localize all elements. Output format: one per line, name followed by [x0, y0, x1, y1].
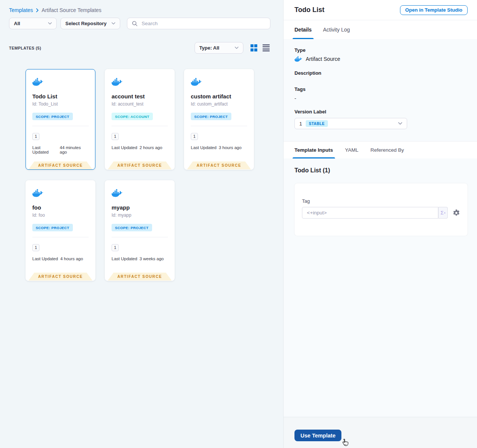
details-header: Todo List Open in Template Studio: [284, 0, 477, 20]
sigma-icon: Σ: [441, 210, 444, 216]
sigma-sup: x: [444, 211, 445, 214]
last-updated-value: 4 hours ago: [60, 256, 83, 261]
scope-badge: SCOPE: ACCOUNT: [112, 113, 153, 120]
version-select[interactable]: 1 STABLE: [294, 118, 407, 129]
chevron-down-icon: [398, 122, 402, 125]
inputs-heading: Todo List (1): [294, 167, 468, 174]
last-updated-value: 44 minutes ago: [60, 145, 89, 154]
version-value: 1: [299, 121, 302, 127]
scope-badge: SCOPE: PROJECT: [191, 113, 231, 120]
template-name: custom artifact: [191, 93, 247, 100]
tab-template-inputs[interactable]: Template Inputs: [294, 142, 333, 158]
artifact-source-ribbon: ARTIFACT SOURCE: [29, 161, 92, 169]
stable-badge: STABLE: [306, 120, 328, 127]
artifact-source-ribbon: ARTIFACT SOURCE: [29, 273, 92, 281]
tab-yaml[interactable]: YAML: [345, 142, 359, 158]
breadcrumb-templates-link[interactable]: Templates: [9, 7, 33, 13]
template-name: account test: [112, 93, 168, 100]
docker-icon: [112, 78, 123, 86]
search-box: [127, 18, 270, 29]
view-toggle: [251, 44, 270, 51]
repository-filter-select[interactable]: Select Repository: [60, 18, 120, 29]
last-updated-label: Last Updated: [112, 256, 137, 261]
tags-value: -: [294, 95, 466, 101]
templates-count: TEMPLATES (5): [9, 46, 41, 50]
template-card-myapp[interactable]: myapp Id: myapp SCOPE: PROJECT 1 Last Up…: [105, 180, 175, 281]
details-footer: Use Template: [284, 417, 477, 448]
docker-icon: [112, 189, 123, 197]
type-filter-select[interactable]: Type: All: [195, 42, 243, 54]
chevron-down-icon: [48, 22, 52, 25]
tag-input[interactable]: [302, 207, 438, 219]
grid-view-icon[interactable]: [251, 44, 258, 51]
last-updated-label: Last Updated: [32, 145, 57, 154]
template-name: foo: [32, 204, 89, 211]
template-card-foo[interactable]: foo Id: foo SCOPE: PROJECT 1 Last Update…: [26, 180, 95, 281]
page-title: Todo List: [294, 6, 325, 14]
divider: [191, 126, 247, 126]
artifact-source-ribbon: ARTIFACT SOURCE: [108, 161, 172, 169]
artifact-source-ribbon: ARTIFACT SOURCE: [108, 273, 172, 281]
divider: [112, 237, 168, 237]
breadcrumb: Templates Artifact Source Templates: [0, 0, 283, 13]
type-value: Artifact Source: [306, 56, 340, 62]
type-value-row: Artifact Source: [294, 56, 466, 62]
gear-icon[interactable]: [453, 209, 460, 217]
docker-icon: [32, 189, 44, 197]
last-updated: Last Updated 4 hours ago: [32, 256, 89, 261]
template-details-panel: Todo List Open in Template Studio Detail…: [284, 0, 477, 448]
tags-label: Tags: [294, 86, 466, 92]
template-id: Id: foo: [32, 213, 89, 218]
version-label: Version Label: [294, 109, 466, 115]
tag-field-label: Tag: [302, 198, 460, 204]
chevron-down-icon: [112, 22, 115, 25]
last-updated: Last Updated 3 hours ago: [191, 145, 247, 150]
template-card-account-test[interactable]: account test Id: account_test SCOPE: ACC…: [105, 69, 175, 170]
template-id: Id: myapp: [112, 213, 168, 218]
search-input[interactable]: [141, 20, 266, 27]
search-icon: [132, 21, 137, 26]
type-filter-value: Type: All: [199, 45, 219, 51]
type-label: Type: [294, 47, 466, 53]
scope-filter-select[interactable]: All: [9, 18, 57, 29]
docker-icon: [32, 78, 44, 86]
inputs-card: Tag Σx: [294, 183, 468, 236]
template-id: Id: custom_artifact: [191, 101, 247, 107]
templates-header-row: TEMPLATES (5) Type: All: [0, 42, 283, 54]
scope-badge: SCOPE: PROJECT: [32, 224, 73, 231]
template-name: myapp: [112, 204, 168, 211]
last-updated: Last Updated 3 weeks ago: [112, 256, 168, 261]
template-inputs-section: Todo List (1) Tag Σx: [284, 158, 477, 417]
tab-details[interactable]: Details: [294, 20, 312, 39]
scope-filter-value: All: [14, 21, 20, 26]
divider: [112, 126, 168, 126]
chevron-down-icon: [235, 47, 238, 49]
open-in-template-studio-button[interactable]: Open in Template Studio: [400, 5, 468, 15]
template-id: Id: Todo_List: [32, 101, 89, 107]
last-updated-value: 3 hours ago: [219, 145, 242, 150]
scope-badge: SCOPE: PROJECT: [112, 224, 152, 231]
tab-referenced-by[interactable]: Referenced By: [370, 142, 404, 158]
list-view-icon[interactable]: [263, 44, 270, 51]
docker-icon: [191, 78, 202, 86]
version-count: 1: [191, 133, 198, 140]
template-card-custom-artifact[interactable]: custom artifact Id: custom_artifact SCOP…: [184, 69, 254, 170]
breadcrumb-current: Artifact Source Templates: [42, 7, 101, 13]
last-updated: Last Updated 44 minutes ago: [32, 145, 89, 154]
scope-badge: SCOPE: PROJECT: [32, 113, 73, 120]
template-name: Todo List: [32, 93, 89, 100]
templates-list-panel: Templates Artifact Source Templates All …: [0, 0, 284, 448]
version-count: 1: [32, 133, 39, 140]
description-label: Description: [294, 70, 466, 76]
template-id: Id: account_test: [112, 101, 168, 107]
use-template-button[interactable]: Use Template: [294, 430, 341, 441]
version-count: 1: [32, 244, 39, 251]
details-section: Type Artifact Source Description Tags - …: [284, 39, 477, 141]
details-tabs: Details Activity Log: [284, 20, 477, 39]
tab-activity-log[interactable]: Activity Log: [323, 20, 350, 39]
template-card-todo-list[interactable]: Todo List Id: Todo_List SCOPE: PROJECT 1…: [26, 69, 95, 170]
expression-input-type-button[interactable]: Σx: [438, 207, 448, 219]
version-count: 1: [112, 133, 119, 140]
docker-icon: [294, 56, 302, 62]
divider: [32, 126, 89, 126]
